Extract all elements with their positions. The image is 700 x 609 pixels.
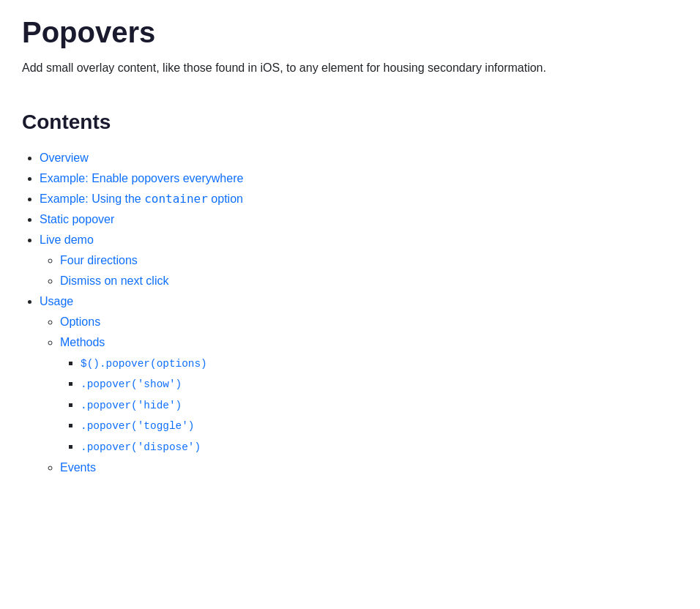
toc-list: Overview Example: Enable popovers everyw… <box>22 149 678 477</box>
toc-link-live-demo[interactable]: Live demo <box>40 233 94 246</box>
toc-link-popover-dispose[interactable]: .popover('dispose') <box>81 441 201 453</box>
toc-link-popover-show[interactable]: .popover('show') <box>81 378 182 390</box>
toc-item-popover-toggle: .popover('toggle') <box>81 416 678 435</box>
toc-link-popover-hide[interactable]: .popover('hide') <box>81 400 182 411</box>
toc-link-overview[interactable]: Overview <box>40 152 89 164</box>
toc-sublist-live-demo: Four directions Dismiss on next click <box>40 252 678 290</box>
toc-link-options[interactable]: Options <box>60 315 100 328</box>
toc-item-events: Events <box>60 459 678 477</box>
toc-link-container-option[interactable]: Example: Using the container option <box>40 193 243 205</box>
toc-item-enable-popovers: Example: Enable popovers everywhere <box>40 170 678 187</box>
toc-item-popover-show: .popover('show') <box>81 375 678 393</box>
toc-item-popover-options: $().popover(options) <box>81 354 678 373</box>
toc-item-four-directions: Four directions <box>60 252 678 269</box>
toc-item-methods: Methods $().popover(options) .popover('s… <box>60 334 678 456</box>
code-container: container <box>144 192 208 206</box>
page-title: Popovers <box>22 15 678 50</box>
toc-link-enable-popovers[interactable]: Example: Enable popovers everywhere <box>40 172 243 184</box>
toc-link-methods[interactable]: Methods <box>60 336 105 348</box>
toc-subsublist-methods: $().popover(options) .popover('show') .p… <box>60 354 678 456</box>
toc-sublist-usage: Options Methods $().popover(options) .po… <box>40 313 678 477</box>
toc-link-events[interactable]: Events <box>60 461 96 474</box>
toc-link-four-directions[interactable]: Four directions <box>60 254 138 266</box>
toc-item-popover-dispose: .popover('dispose') <box>81 438 678 456</box>
toc-item-container-option: Example: Using the container option <box>40 190 678 208</box>
toc-link-static-popover[interactable]: Static popover <box>40 213 114 225</box>
toc-item-usage: Usage Options Methods $().popover(option… <box>40 293 678 477</box>
page-description: Add small overlay content, like those fo… <box>22 59 678 78</box>
toc-item-options: Options <box>60 313 678 331</box>
toc-item-dismiss: Dismiss on next click <box>60 272 678 290</box>
toc-link-popover-toggle[interactable]: .popover('toggle') <box>81 420 194 432</box>
toc-link-usage[interactable]: Usage <box>40 295 73 307</box>
contents-heading: Contents <box>22 107 678 138</box>
toc-link-dismiss[interactable]: Dismiss on next click <box>60 274 168 287</box>
toc-item-overview: Overview <box>40 149 678 167</box>
toc-link-popover-options[interactable]: $().popover(options) <box>81 358 207 370</box>
toc-item-popover-hide: .popover('hide') <box>81 396 678 414</box>
toc-item-static-popover: Static popover <box>40 211 678 228</box>
toc-item-live-demo: Live demo Four directions Dismiss on nex… <box>40 231 678 290</box>
